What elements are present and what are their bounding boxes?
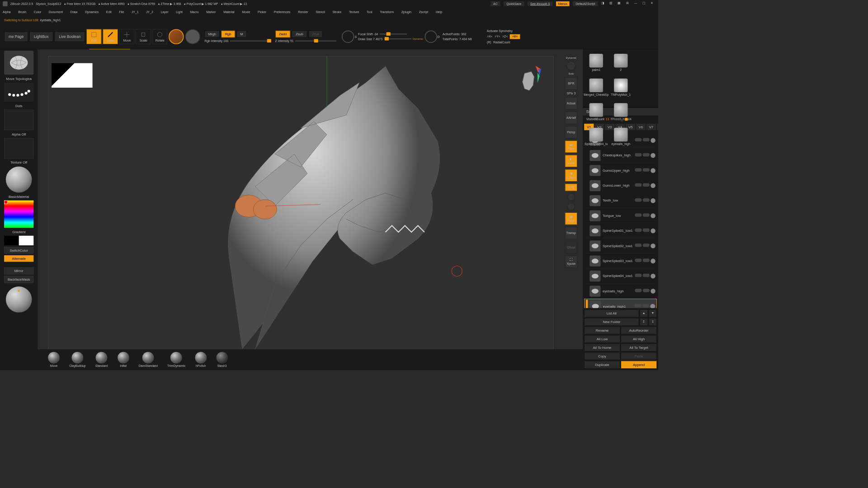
folder-up-button[interactable]: ↥: [640, 318, 648, 326]
mesh-thumb-2[interactable]: Merged_CheekSp: [584, 75, 608, 99]
tray-inflat[interactable]: Inflat: [118, 352, 129, 368]
subtool-toggle-2[interactable]: [643, 183, 650, 187]
tray-standard[interactable]: Standard: [95, 352, 108, 368]
layout-icon-3[interactable]: ▦: [618, 1, 623, 6]
menu-stroke[interactable]: Stroke: [332, 10, 341, 14]
listall-button[interactable]: List All: [584, 310, 639, 317]
tray-damstandard[interactable]: DamStandard: [139, 352, 158, 368]
alltotarget-button[interactable]: All To Target: [621, 344, 657, 352]
subtool-item[interactable]: eyeballs_high: [584, 284, 657, 299]
move-up-button[interactable]: ▲: [640, 310, 648, 317]
visibility-eye-icon[interactable]: [651, 198, 656, 203]
tray-slash3[interactable]: Slash3: [216, 352, 228, 368]
dynamic-label[interactable]: Dynamic: [413, 38, 424, 41]
tray-hpolish[interactable]: hPolish: [195, 352, 207, 368]
aahalf-button[interactable]: AAHalf: [565, 112, 577, 124]
rotate-mode-button[interactable]: Rotate: [152, 29, 167, 44]
m-button[interactable]: M: [236, 30, 247, 38]
zsub-button[interactable]: Zsub: [292, 30, 307, 38]
lsym-button[interactable]: ◑L.Sym: [565, 169, 577, 182]
floor-button[interactable]: ▬Floor: [565, 141, 577, 153]
subtool-toggle-1[interactable]: [635, 244, 642, 247]
menu-zscript[interactable]: Zscript: [419, 10, 428, 14]
menu-brush[interactable]: Brush: [18, 10, 26, 14]
switchcolor-button[interactable]: SwitchColor: [4, 247, 33, 254]
menu-preferences[interactable]: Preferences: [274, 10, 291, 14]
subtool-toggle-1[interactable]: [635, 304, 642, 308]
draw-mode-button[interactable]: Draw: [103, 29, 118, 44]
primary-color-swatch[interactable]: [19, 236, 34, 245]
mesh-thumb-6[interactable]: SpineSpike04_lo: [584, 125, 608, 149]
subtool-item[interactable]: GumsUpper_high: [584, 163, 657, 178]
brush-preview[interactable]: [4, 51, 33, 75]
subtool-toggle-2[interactable]: [643, 289, 650, 292]
mirror-button[interactable]: Mirror: [4, 267, 33, 274]
menu-help[interactable]: Help: [436, 10, 442, 14]
subtool-toggle-1[interactable]: [635, 153, 642, 157]
menu-transform[interactable]: Transform: [380, 10, 394, 14]
defaultzscript-button[interactable]: DefaultZScript: [573, 1, 598, 6]
vtab-8[interactable]: V8: [657, 124, 658, 130]
subtool-item[interactable]: Teeth_low: [584, 193, 657, 208]
subtool-toggle-2[interactable]: [643, 168, 650, 172]
paste-button[interactable]: Paste: [621, 352, 657, 360]
circle-toggle-2[interactable]: [567, 203, 575, 211]
actual-button[interactable]: Actual: [565, 97, 577, 109]
menu-jy2[interactable]: JY_2: [146, 10, 153, 14]
mesh-thumb-7[interactable]: eyeballs_high: [609, 125, 633, 149]
mesh-thumb-5[interactable]: TPose2_head4: [609, 100, 633, 124]
rgb-button[interactable]: Rgb: [221, 30, 235, 38]
sym-y[interactable]: >Y<: [495, 35, 500, 38]
alltohome-button[interactable]: All To Home: [584, 344, 620, 352]
subtool-list[interactable]: Cheekspikes_high GumsUpper_high GumsLowe…: [583, 131, 658, 308]
subtool-toggle-1[interactable]: [635, 289, 642, 292]
sym-m[interactable]: >M<: [510, 34, 520, 39]
gradient-label[interactable]: Gradient: [1, 229, 36, 234]
subtool-item[interactable]: SpineSpike01_low1: [584, 223, 657, 238]
menu-zplugin[interactable]: Zplugin: [401, 10, 411, 14]
maximize-icon[interactable]: ▢: [642, 1, 647, 6]
viewport-canvas[interactable]: Dynamic Solo BPR SPix 3 Actual AAHalf Pe…: [38, 49, 583, 370]
seethrough-slider[interactable]: See-through 0: [528, 1, 552, 6]
xpose-button[interactable]: ⛶Xpose: [565, 256, 577, 268]
subtool-toggle-2[interactable]: [643, 258, 650, 262]
tray-claybuildup[interactable]: ClayBuildup: [69, 352, 85, 368]
menu-jy1[interactable]: JY_1: [132, 10, 139, 14]
liveboolean-button[interactable]: Live Boolean: [54, 31, 85, 42]
menu-picker[interactable]: Picker: [258, 10, 266, 14]
subtool-toggle-2[interactable]: [643, 228, 650, 232]
stroke-preview[interactable]: [4, 83, 33, 102]
menu-layer[interactable]: Layer: [160, 10, 168, 14]
alpha-slot[interactable]: [4, 110, 33, 130]
edit-mode-button[interactable]: Edit: [86, 29, 101, 44]
zcut-button[interactable]: Zcut: [308, 30, 322, 38]
subtool-item[interactable]: Tongue_low: [584, 208, 657, 223]
visibility-eye-icon[interactable]: [651, 153, 656, 158]
allhigh-button[interactable]: All High: [621, 335, 657, 343]
visibility-eye-icon[interactable]: [650, 304, 655, 308]
subtool-toggle-2[interactable]: [643, 274, 650, 277]
tray-trimdynamic[interactable]: TrimDynamic: [167, 352, 185, 368]
menu-material[interactable]: Material: [223, 10, 234, 14]
layout-icon-4[interactable]: ⊞: [626, 1, 631, 6]
material-preview[interactable]: [6, 167, 32, 193]
menu-macro[interactable]: Macro: [190, 10, 199, 14]
menu-marker[interactable]: Marker: [206, 10, 216, 14]
copy-button[interactable]: Copy: [584, 352, 620, 360]
persp-button[interactable]: Persp: [565, 126, 577, 138]
color-picker[interactable]: [4, 201, 33, 228]
visibility-eye-icon[interactable]: [651, 274, 656, 279]
visibility-eye-icon[interactable]: [651, 213, 656, 218]
folder-down-button[interactable]: ↧: [649, 318, 657, 326]
visibility-eye-icon[interactable]: [651, 168, 656, 173]
menu-render[interactable]: Render: [298, 10, 308, 14]
zadd-button[interactable]: Zadd: [275, 30, 291, 38]
subtool-toggle-1[interactable]: [635, 168, 642, 172]
visibility-eye-icon[interactable]: [651, 138, 656, 143]
menu-alpha[interactable]: Alpha: [3, 10, 10, 14]
subtool-toggle-1[interactable]: [635, 198, 642, 202]
visible-count-slider[interactable]: [610, 119, 627, 120]
subtool-toggle-1[interactable]: [635, 274, 642, 277]
layout-icon-2[interactable]: ▥: [609, 1, 614, 6]
visibility-eye-icon[interactable]: [651, 244, 656, 249]
